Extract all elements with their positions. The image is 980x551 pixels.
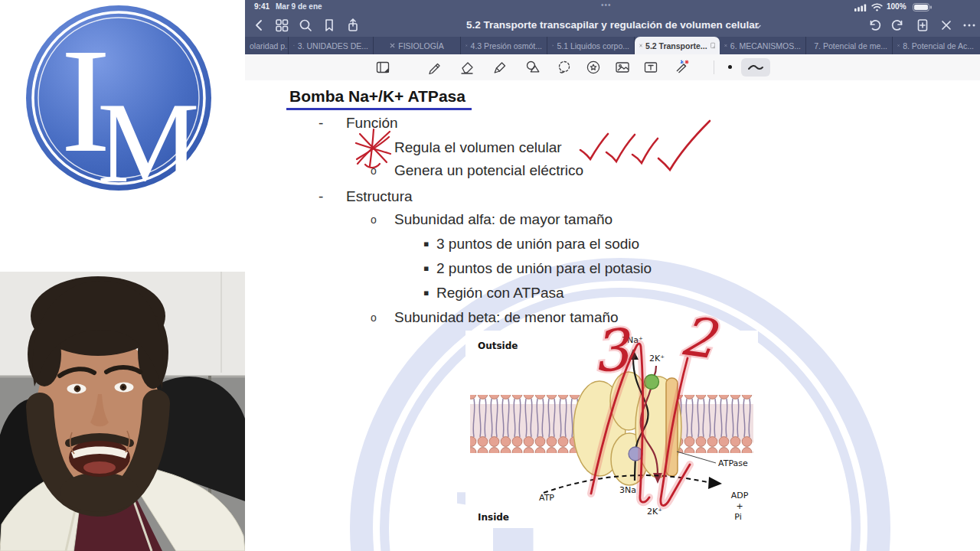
bluetooth-icon: [681, 60, 684, 64]
note-line: oGenera un potencial eléctrico: [371, 162, 583, 179]
channel-logo: I M: [0, 0, 245, 214]
k-in-label: 2K⁺: [647, 507, 662, 517]
lipid-bilayer-left: [470, 395, 580, 453]
checkmarks: [580, 121, 710, 170]
shapes-icon[interactable]: [524, 58, 542, 77]
status-more-dots: •••: [601, 1, 612, 9]
note-line: -Estructura: [318, 188, 413, 205]
stroke-curve-icon: [741, 58, 770, 77]
note-app-window: 9:41 Mar 9 de ene ••• 100%: [245, 0, 980, 551]
tab-page-icon: [710, 41, 715, 51]
page-view-icon[interactable]: [374, 58, 392, 77]
na-ion-site: [629, 447, 642, 461]
heading-underline: [286, 108, 472, 110]
tab-close-icon[interactable]: [390, 43, 395, 48]
text-icon[interactable]: [642, 58, 660, 77]
atp-label: ATP: [539, 493, 554, 503]
lasso-icon[interactable]: [555, 58, 573, 77]
k-ion-site: [645, 375, 659, 390]
signal-bars-icon: [854, 4, 867, 11]
note-line: ▪Región con ATPasa: [423, 285, 564, 302]
smart-pen-icon[interactable]: [672, 58, 691, 77]
wifi-icon: [871, 3, 883, 11]
atpase-label: ATPase: [718, 458, 748, 468]
title-chevron-icon[interactable]: [754, 24, 762, 30]
close-icon[interactable]: [939, 18, 954, 33]
battery-icon: [913, 3, 933, 11]
redo-icon[interactable]: [890, 18, 906, 33]
pi-label: Pi: [734, 512, 741, 522]
adp-label: ADP: [731, 491, 749, 500]
eraser-icon[interactable]: [458, 58, 476, 77]
tab-unidades[interactable]: 3. UNIDADES DE...: [289, 37, 374, 54]
highlighter-icon[interactable]: [491, 58, 509, 77]
left-panel: I M: [0, 0, 245, 551]
nav-bar: 5.2 Transporte transcapilar y regulación…: [245, 14, 980, 37]
video-frame: I M: [0, 0, 980, 551]
tab-mecanismos[interactable]: 6. MECANISMOS...: [720, 37, 806, 54]
webcam-view: [0, 272, 245, 551]
tab-fisiologia[interactable]: FISIOLOGÍA: [374, 37, 461, 54]
tab-close-icon[interactable]: [293, 43, 295, 48]
drawing-toolbar: [245, 54, 980, 81]
na-in-label: 3Na: [619, 485, 636, 495]
plus-label: +: [736, 501, 743, 511]
undo-icon[interactable]: [867, 18, 882, 33]
more-icon[interactable]: [962, 18, 977, 33]
battery-percent: 100%: [887, 2, 906, 11]
stroke-style-button[interactable]: [741, 58, 770, 77]
note-heading: Bomba Na+/K+ ATPasa: [289, 87, 466, 106]
tab-potencial-membrana[interactable]: 7. Potencial de me...: [806, 37, 893, 54]
tab-close-icon[interactable]: [466, 43, 468, 48]
logo-letter-m: M: [97, 79, 199, 206]
note-line: -Función: [318, 115, 398, 132]
tab-bar: olaridad p... 3. UNIDADES DE... FISIOLOG…: [245, 37, 980, 54]
sticker-icon[interactable]: [584, 58, 603, 77]
tab-close-icon[interactable]: [552, 43, 554, 48]
tab-close-icon[interactable]: [639, 43, 642, 48]
na-k-pump-diagram: Outside Inside 3Na⁺ 2K⁺ 3Na 2K⁺ ATP ADP …: [466, 331, 758, 528]
pump-protein: [573, 372, 681, 485]
status-bar: 9:41 Mar 9 de ene ••• 100%: [245, 0, 980, 14]
note-line: oSubunidad beta: de menor tamaño: [371, 309, 619, 326]
toolbar-divider: [714, 60, 714, 74]
note-page[interactable]: I M Bomba Na+/K+ ATPasa -Función Regula …: [245, 80, 980, 551]
na-out-label: 3Na⁺: [622, 335, 643, 345]
tab-presion-osmotica[interactable]: 4.3 Presión osmót...: [461, 37, 547, 54]
k-top-label: 2K⁺: [649, 354, 665, 364]
tab-liquidos[interactable]: 5.1 Liquidos corpo...: [547, 37, 635, 54]
note-line: ▪2 puntos de unión para el potasio: [423, 260, 652, 277]
tab-close-icon[interactable]: [897, 43, 900, 48]
add-page-icon[interactable]: [915, 18, 930, 33]
tab-close-icon[interactable]: [724, 43, 727, 48]
tab-osmolaridad[interactable]: olaridad p...: [245, 37, 289, 54]
clock: 9:41: [254, 2, 270, 11]
tab-transporte-active[interactable]: 5.2 Transporte...: [635, 37, 720, 54]
status-date: Mar 9 de ene: [276, 2, 322, 11]
note-line: oSubunidad alfa: de mayor tamaño: [371, 211, 612, 228]
stroke-size-dot[interactable]: [728, 65, 732, 69]
inside-label: Inside: [478, 512, 509, 523]
pen-icon[interactable]: [425, 58, 443, 77]
image-icon[interactable]: [613, 58, 632, 77]
note-line: ▪3 puntos de unión para el sodio: [423, 236, 639, 253]
sparkle-icon: [685, 60, 688, 64]
note-line: Regula el volumen celular: [394, 139, 562, 156]
tab-potencial-accion[interactable]: 8. Potencial de Ac...: [893, 37, 978, 54]
outside-label: Outside: [478, 341, 518, 351]
